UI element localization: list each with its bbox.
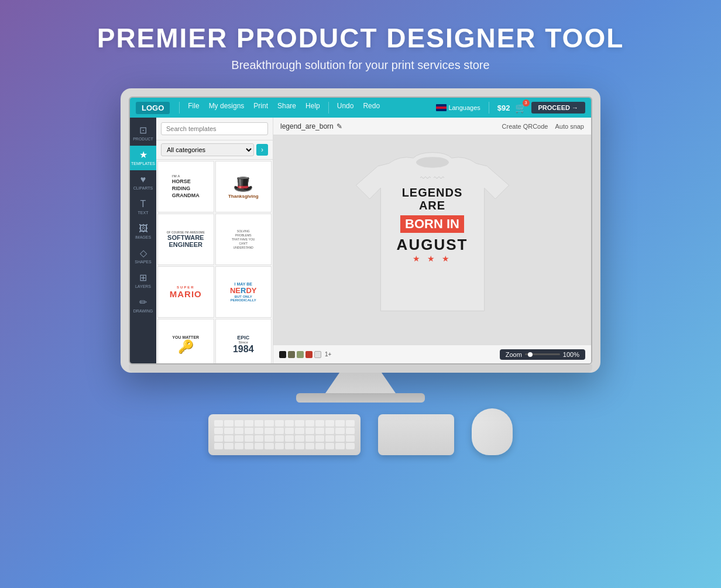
- key: [335, 435, 344, 442]
- toolbar-separator2: [328, 102, 329, 114]
- zoom-value: 100%: [563, 351, 579, 358]
- key: [255, 435, 263, 442]
- edit-design-name-icon[interactable]: ✎: [337, 122, 342, 130]
- key: [275, 435, 284, 442]
- design-born-in-row: BORN IN: [386, 214, 479, 234]
- key: [255, 443, 263, 449]
- zoom-label: Zoom: [506, 351, 522, 358]
- key: [275, 420, 284, 427]
- key: [265, 428, 273, 434]
- key: [224, 435, 233, 442]
- canvas-bottom: 1+ Zoom 100%: [273, 345, 591, 363]
- swatch-white[interactable]: [314, 351, 321, 358]
- sidebar-item-cliparts[interactable]: ♥ CLIPARTS: [130, 170, 156, 195]
- swatch-green[interactable]: [297, 351, 304, 358]
- flag-icon: [436, 104, 447, 111]
- sidebar-item-product[interactable]: ⊡ PRODUCT: [130, 121, 156, 146]
- main-area: ⊡ PRODUCT ★ TEMPLATES ♥ CLIPARTS T TEXT: [130, 118, 591, 363]
- template-nerdy[interactable]: I MAY BE NERDY BUT ONLYPERIODICALLY: [215, 266, 272, 318]
- logo[interactable]: LOGO: [136, 102, 170, 114]
- swatch-black[interactable]: [279, 351, 286, 358]
- menu-redo[interactable]: Redo: [358, 102, 384, 114]
- key: [315, 428, 324, 434]
- sidebar-label-layers: LAYERS: [135, 284, 151, 288]
- swatch-olive[interactable]: [288, 351, 295, 358]
- sidebar-label-cliparts: CLIPARTS: [133, 186, 153, 190]
- toolbar: LOGO File My designs Print Share Help Un…: [130, 98, 591, 118]
- key: [265, 443, 273, 449]
- template-you-matter[interactable]: YOU MATTER 🔑: [157, 319, 214, 363]
- page-header: PREMIER PRODUCT DESIGNER TOOL Breakthrou…: [97, 22, 624, 72]
- sidebar-item-drawing[interactable]: ✏ DRAWING: [130, 293, 156, 318]
- design-line4: AUGUST: [386, 236, 479, 254]
- template-horse-riding[interactable]: I'M A HORSERIDINGGRANDMA: [157, 161, 214, 212]
- template-thanksgiving[interactable]: 🎩 Thanksgiving: [215, 161, 272, 212]
- key: [275, 428, 284, 434]
- key: [285, 428, 294, 434]
- key: [315, 443, 324, 449]
- key: [265, 435, 273, 442]
- key: [305, 428, 314, 434]
- create-qrcode-button[interactable]: Create QRCode: [502, 123, 548, 130]
- cliparts-icon: ♥: [140, 175, 146, 184]
- toolbar-menu: File My designs Print Share Help Undo Re…: [183, 102, 384, 114]
- price-display: $92: [497, 104, 510, 112]
- key: [214, 443, 223, 449]
- category-select[interactable]: All categories: [161, 143, 254, 156]
- templates-panel: All categories › I'M A HORSERIDINGGRANDM…: [156, 118, 273, 363]
- language-label: Languages: [448, 104, 480, 111]
- cart-icon[interactable]: 🛒 3: [515, 102, 527, 114]
- template-software-engineer[interactable]: OF COURSE I'M AWESOME SOFTWAREENGINEER: [157, 214, 214, 265]
- key: [265, 420, 273, 427]
- mouse: [472, 408, 513, 455]
- sidebar-item-shapes[interactable]: ◇ SHAPES: [130, 244, 156, 269]
- auto-snap-button[interactable]: Auto snap: [555, 123, 584, 130]
- search-input[interactable]: [161, 122, 268, 135]
- sidebar-label-product: PRODUCT: [133, 137, 153, 141]
- design-born-box: BORN IN: [400, 215, 464, 233]
- key: [245, 443, 253, 449]
- sidebar-icons: ⊡ PRODUCT ★ TEMPLATES ♥ CLIPARTS T TEXT: [130, 118, 156, 363]
- sidebar-item-templates[interactable]: ★ TEMPLATES: [130, 146, 156, 170]
- tshirt-container: 〰 〰 LEGENDS ARE BORN IN AUGUST ★ ★ ★: [351, 146, 514, 333]
- monitor-stand: [325, 373, 396, 393]
- menu-mydesigns[interactable]: My designs: [204, 102, 249, 114]
- template-super-mario[interactable]: SUPER MARIO: [157, 266, 214, 318]
- color-swatches: 1+: [279, 351, 331, 358]
- keyboard: [208, 414, 360, 455]
- template-engineer-problems[interactable]: SOLVINGPROBLEMSTHAT HAVE YOUCAN'TUNDERST…: [215, 214, 272, 265]
- key: [245, 428, 253, 434]
- key: [325, 443, 334, 449]
- filter-arrow-button[interactable]: ›: [256, 144, 268, 156]
- key: [305, 443, 314, 449]
- numpad: [378, 414, 454, 455]
- template-epic-1984[interactable]: EPIC Since 1984: [215, 319, 272, 363]
- menu-share[interactable]: Share: [273, 102, 301, 114]
- key: [275, 443, 284, 449]
- tshirt-design: 〰 〰 LEGENDS ARE BORN IN AUGUST ★ ★ ★: [386, 173, 479, 263]
- canvas-main[interactable]: 〰 〰 LEGENDS ARE BORN IN AUGUST ★ ★ ★: [273, 135, 591, 345]
- monitor-base: [296, 393, 425, 403]
- swatch-red[interactable]: [305, 351, 313, 358]
- wings-decoration: 〰 〰: [386, 173, 479, 185]
- sidebar-item-layers[interactable]: ⊞ LAYERS: [130, 269, 156, 293]
- menu-print[interactable]: Print: [249, 102, 273, 114]
- drawing-icon: ✏: [139, 298, 147, 307]
- menu-help[interactable]: Help: [301, 102, 325, 114]
- proceed-button[interactable]: PROCEED →: [531, 102, 585, 114]
- desk-accessories: [97, 408, 624, 455]
- key: [214, 428, 223, 434]
- zoom-slider[interactable]: [525, 353, 560, 355]
- key: [285, 443, 294, 449]
- monitor-bezel: [129, 365, 592, 373]
- zoom-control[interactable]: Zoom 100%: [500, 349, 585, 360]
- sidebar-item-images[interactable]: 🖼 IMAGES: [130, 219, 156, 244]
- product-icon: ⊡: [139, 126, 147, 135]
- sidebar-item-text[interactable]: T TEXT: [130, 195, 156, 219]
- menu-undo[interactable]: Undo: [332, 102, 359, 114]
- toolbar-right: Languages $92 🛒 3 PROCEED →: [436, 102, 585, 114]
- menu-file[interactable]: File: [183, 102, 204, 114]
- language-selector[interactable]: Languages: [436, 104, 480, 111]
- images-icon: 🖼: [139, 224, 148, 233]
- sidebar-label-shapes: SHAPES: [135, 260, 151, 264]
